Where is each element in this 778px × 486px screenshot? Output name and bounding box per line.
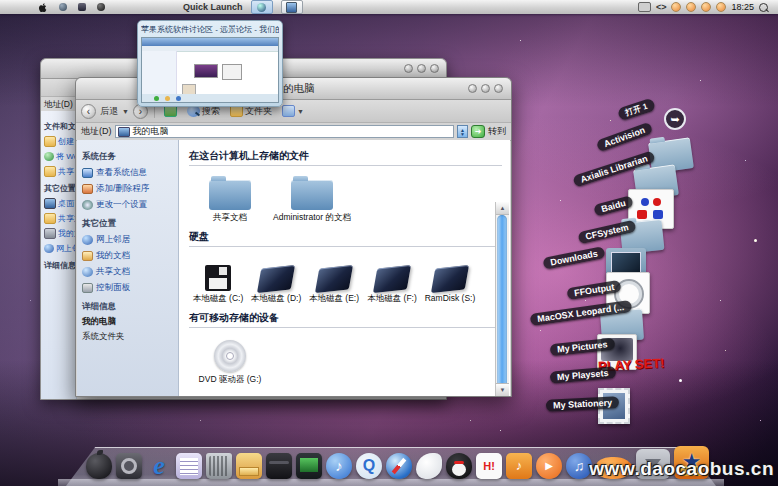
quicktime-icon[interactable] [356, 453, 382, 479]
drive-item-e[interactable]: 本地磁盘 (E:) [305, 253, 363, 304]
qq-face-icon-4[interactable] [716, 2, 726, 12]
qq-penguin-icon[interactable] [446, 453, 472, 479]
share-folder-icon [44, 166, 56, 177]
open-curved-arrow-icon[interactable] [664, 108, 686, 130]
maximize-button[interactable] [430, 64, 439, 73]
sidebar-item[interactable]: 创建 [44, 136, 76, 147]
qq-face-icon-2[interactable] [686, 2, 696, 12]
section-header-stored-files: 在这台计算机上存储的文件 [189, 149, 502, 166]
thumb-footer [142, 94, 278, 102]
scroll-up-button[interactable] [496, 202, 509, 215]
code-brackets-icon[interactable]: <> [656, 2, 667, 12]
taskbar-button-forum[interactable] [251, 0, 273, 14]
input-method-icon[interactable] [78, 3, 86, 11]
site-watermark: www.daocaobus.cn [589, 458, 774, 480]
shared-documents-icon [82, 267, 93, 277]
maximize-button[interactable] [494, 84, 503, 93]
sidebar-item[interactable]: 将 Web [44, 151, 76, 162]
qq-face-icon-3[interactable] [701, 2, 711, 12]
sidebar-item[interactable]: 桌面 [44, 198, 76, 209]
address-stepper[interactable] [457, 125, 468, 138]
display-menu-icon[interactable] [638, 2, 651, 12]
browser-globe-icon [257, 3, 266, 12]
sidebar-item-change-setting[interactable]: 更改一个设置 [82, 199, 175, 211]
scroll-down-button[interactable] [496, 383, 509, 396]
sidebar-item-system-info[interactable]: 查看系统信息 [82, 167, 175, 179]
sidebar-item-my-documents[interactable]: 我的文档 [82, 250, 175, 262]
thumb-nav-panel [142, 51, 177, 94]
views-button[interactable]: ▼ [279, 104, 307, 118]
safari-compass-icon[interactable] [386, 453, 412, 479]
back-label: 后退 [100, 105, 118, 118]
sidebar-item-add-remove[interactable]: 添加/删除程序 [82, 183, 175, 195]
stack-item-my-playsets[interactable]: My Playsets [550, 366, 616, 384]
sidebar-item[interactable]: 我的文 [44, 228, 76, 239]
drive-item-c[interactable]: 本地磁盘 (C:) [189, 253, 247, 304]
my-computer-window[interactable]: 我的电脑 ‹ 后退 ▼ › 搜索 文件夹 ▼ 地址(D) 我的电脑 转到 [75, 77, 512, 397]
taskbar-preview-popup[interactable]: 苹果系统软件讨论区 - 远景论坛 - 我们的 [137, 20, 283, 107]
dvd-disc-icon [214, 340, 246, 372]
apple-small-icon[interactable] [97, 3, 105, 11]
file-list-area[interactable]: 在这台计算机上存储的文件 共享文档 Administrator 的文档 硬盘 [179, 140, 510, 396]
sidebar-item-network[interactable]: 网上邻居 [82, 234, 175, 246]
go-label: 转到 [488, 125, 506, 138]
back-button[interactable]: ‹ [81, 104, 96, 119]
notepad-icon[interactable] [176, 453, 202, 479]
file-item-administrator-documents[interactable]: Administrator 的文档 [271, 172, 353, 223]
back-dropdown-caret[interactable]: ▼ [122, 108, 129, 115]
stack-item-open[interactable]: 打开 1 [617, 98, 656, 122]
go-button[interactable] [471, 125, 485, 138]
bear-messenger-icon[interactable] [476, 453, 502, 479]
sidebar-section-title: 文件和文 [44, 121, 76, 132]
sidebar-item[interactable]: 网上邻 [44, 243, 76, 254]
desktop[interactable]: Quick Launch <> 18:25 苹果系统软件讨论区 - 远景论坛 -… [0, 0, 778, 486]
sidebar-item-shared-documents[interactable]: 共享文档 [82, 266, 175, 278]
drive-item-dvd[interactable]: DVD 驱动器 (G:) [189, 334, 271, 385]
spotlight-icon[interactable] [759, 3, 768, 12]
file-item-shared-documents[interactable]: 共享文档 [189, 172, 271, 223]
globe-icon[interactable] [59, 3, 67, 11]
taskbar-button-my-computer[interactable] [281, 0, 303, 14]
sidebar-item[interactable]: 共享 [44, 166, 76, 177]
minimize-button[interactable] [417, 64, 426, 73]
system-preferences-icon[interactable] [116, 453, 142, 479]
internet-explorer-icon[interactable]: e [146, 453, 172, 479]
apple-menu-icon[interactable] [38, 2, 48, 13]
views-caret: ▼ [297, 108, 304, 115]
address-label: 地址(D) [44, 99, 73, 111]
media-player-icon[interactable] [296, 453, 322, 479]
folder-icon [209, 180, 251, 210]
stack-item-activision[interactable]: Activision [596, 122, 654, 153]
scrollbar-thumb[interactable] [497, 215, 507, 396]
package-box-icon[interactable] [236, 453, 262, 479]
sidebar-section-details: 详细信息 [82, 301, 175, 313]
scrollbar[interactable] [495, 202, 509, 396]
sidebar-item-control-panel[interactable]: 控制面板 [82, 282, 175, 294]
close-button[interactable] [468, 84, 477, 93]
menu-clock[interactable]: 18:25 [731, 2, 754, 12]
sidebar-item[interactable]: 共享文 [44, 213, 76, 224]
leather-wallet-icon[interactable] [266, 453, 292, 479]
drive-item-f[interactable]: 本地磁盘 (F:) [363, 253, 421, 304]
trash-icon[interactable] [206, 453, 232, 479]
address-combobox[interactable]: 我的电脑 [115, 125, 455, 138]
white-bird-icon[interactable] [416, 453, 442, 479]
browser-thumbnail[interactable] [141, 37, 279, 103]
finder-apple-icon[interactable] [86, 453, 112, 479]
qq-face-icon-1[interactable] [671, 2, 681, 12]
disk-icon [44, 228, 56, 239]
drive-item-d[interactable]: 本地磁盘 (D:) [247, 253, 305, 304]
close-button[interactable] [404, 64, 413, 73]
itunes-icon[interactable] [326, 453, 352, 479]
tasks-sidebar: 系统任务 查看系统信息 添加/删除程序 更改一个设置 其它位置 网上邻居 我的文… [77, 140, 179, 396]
stack-item-downloads[interactable]: Downloads [542, 246, 605, 270]
gift-box-icon[interactable] [506, 453, 532, 479]
thumb-dot-green [154, 96, 159, 101]
preview-title: 苹果系统软件讨论区 - 远景论坛 - 我们的 [141, 24, 279, 35]
pp-mascot-icon[interactable] [536, 453, 562, 479]
window-controls [468, 84, 503, 93]
address-label: 地址(D) [81, 125, 112, 138]
hard-disk-icon [431, 265, 469, 293]
minimize-button[interactable] [481, 84, 490, 93]
drive-item-ramdisk[interactable]: RamDisk (S:) [421, 253, 479, 304]
